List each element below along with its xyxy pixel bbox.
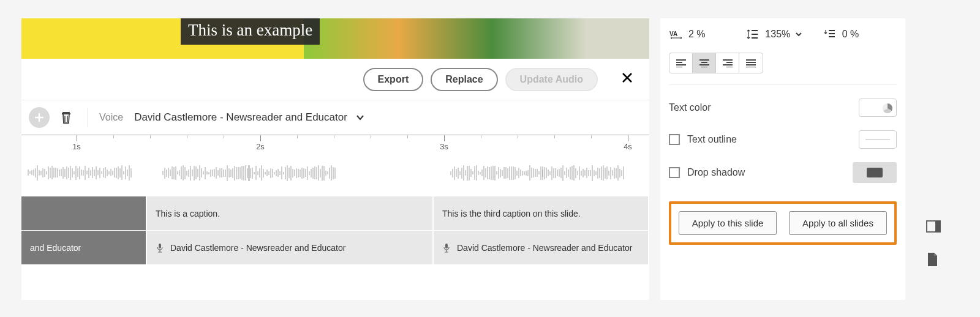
voice-dropdown[interactable]: David Castlemore - Newsreader and Educat… xyxy=(134,111,364,124)
text-color-picker[interactable] xyxy=(859,99,897,117)
action-bar: Export Replace Update Audio xyxy=(21,59,649,100)
audio-caption-editor: This is an example Export Replace Update… xyxy=(21,18,649,300)
speaker-clip[interactable]: David Castlemore - Newsreader and Educat… xyxy=(147,231,434,264)
apply-to-all-slides-button[interactable]: Apply to all slides xyxy=(789,211,887,235)
chevron-down-icon xyxy=(356,113,364,122)
waveform-segment xyxy=(28,165,132,184)
document-icon[interactable] xyxy=(926,252,942,268)
preview-caption-overlay: This is an example xyxy=(181,18,320,45)
leading-control[interactable]: 0 % xyxy=(823,27,897,42)
caption-clip[interactable]: This is a caption. xyxy=(147,196,434,230)
align-right-button[interactable] xyxy=(716,53,739,73)
tick-label: 3s xyxy=(440,142,448,151)
trash-icon[interactable] xyxy=(56,107,77,128)
drop-shadow-preview[interactable] xyxy=(853,162,897,183)
text-color-row: Text color xyxy=(669,99,897,117)
text-outline-row: Text outline xyxy=(669,130,897,149)
text-outline-checkbox[interactable] xyxy=(669,134,680,145)
apply-buttons-highlight: Apply to this slide Apply to all slides xyxy=(669,201,897,245)
svg-text:VA: VA xyxy=(669,31,677,37)
tick-label: 2s xyxy=(256,142,265,151)
waveform-segment xyxy=(248,165,336,184)
drop-shadow-row: Drop shadow xyxy=(669,162,897,183)
panel-icon[interactable] xyxy=(926,220,942,236)
update-audio-button[interactable]: Update Audio xyxy=(505,68,598,91)
speaker-clip[interactable]: David Castlemore - Newsreader and Educat… xyxy=(434,231,649,264)
slide-preview: This is an example xyxy=(21,18,649,59)
align-justify-button[interactable] xyxy=(739,53,763,73)
voice-label: Voice xyxy=(99,112,123,123)
text-outline-label: Text outline xyxy=(687,134,737,145)
waveform-segment xyxy=(450,165,544,184)
speaker-track: and Educator David Castlemore - Newsread… xyxy=(21,230,649,264)
drop-shadow-label: Drop shadow xyxy=(687,167,745,178)
text-outline-swatch[interactable] xyxy=(859,130,897,149)
tick-label: 1s xyxy=(72,142,81,151)
voice-selected-value: David Castlemore - Newsreader and Educat… xyxy=(134,111,347,124)
spacing-controls: VA 2 % 135% 0 % xyxy=(669,24,897,44)
svg-rect-4 xyxy=(935,221,940,232)
tracking-icon: VA xyxy=(669,27,684,42)
align-center-button[interactable] xyxy=(693,53,716,73)
divider xyxy=(88,108,88,127)
waveform-track[interactable] xyxy=(21,153,649,196)
text-properties-panel: VA 2 % 135% 0 % xyxy=(660,18,905,300)
caption-track: This is a caption. This is the third cap… xyxy=(21,196,649,230)
space-after-icon xyxy=(823,27,837,42)
divider xyxy=(669,84,897,85)
caption-clip-selected[interactable] xyxy=(21,196,147,230)
right-rail xyxy=(913,18,956,300)
replace-button[interactable]: Replace xyxy=(431,68,497,91)
tick-label: 4s xyxy=(624,142,632,151)
waveform-segment xyxy=(542,165,625,184)
microphone-icon xyxy=(156,243,164,253)
shadow-icon xyxy=(867,168,883,177)
export-button[interactable]: Export xyxy=(363,68,424,91)
svg-rect-0 xyxy=(159,244,161,248)
tracking-control[interactable]: VA 2 % xyxy=(669,27,743,42)
waveform-segment xyxy=(162,165,251,184)
apply-to-this-slide-button[interactable]: Apply to this slide xyxy=(679,211,777,235)
text-align-group xyxy=(669,53,763,73)
text-color-label: Text color xyxy=(669,102,710,113)
voice-toolbar: Voice David Castlemore - Newsreader and … xyxy=(21,100,649,135)
close-icon[interactable] xyxy=(621,72,633,87)
svg-rect-1 xyxy=(445,244,448,248)
line-height-icon xyxy=(745,27,760,42)
add-icon[interactable] xyxy=(29,107,50,128)
align-left-button[interactable] xyxy=(669,53,693,73)
drop-shadow-checkbox[interactable] xyxy=(669,167,680,178)
line-preview xyxy=(865,139,890,140)
chevron-down-icon xyxy=(795,31,802,38)
caption-clip[interactable]: This is the third caption on this slide. xyxy=(434,196,649,230)
timeline-ruler[interactable]: 1s 2s 3s 4s xyxy=(21,135,649,153)
speaker-clip-selected[interactable]: and Educator xyxy=(21,231,147,264)
microphone-icon xyxy=(442,243,451,253)
line-height-control[interactable]: 135% xyxy=(745,27,820,42)
